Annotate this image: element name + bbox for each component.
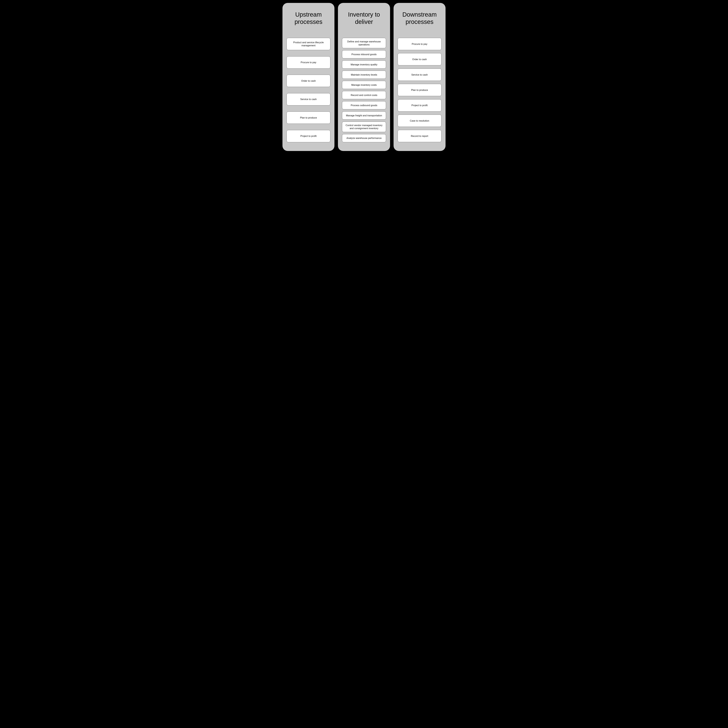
- process-item: Record to report: [398, 130, 442, 142]
- process-item: Manage freight and transportation: [342, 112, 386, 119]
- process-item: Analyze warehouse performance: [342, 134, 386, 142]
- column-items: Procure to pay Order to cash Service to …: [398, 38, 442, 142]
- process-item: Order to cash: [398, 53, 442, 65]
- column-items: Product and service lifecycle management…: [286, 38, 330, 142]
- process-item: Process inbound goods: [342, 50, 386, 58]
- process-item: Order to cash: [286, 75, 330, 87]
- process-item: Project to profit: [286, 130, 330, 142]
- column-items: Define and manage warehouse operations P…: [342, 38, 386, 142]
- process-item: Product and service lifecycle management: [286, 38, 330, 50]
- process-item: Procure to pay: [398, 38, 442, 50]
- process-item: Service to cash: [286, 93, 330, 106]
- process-item: Case to resolution: [398, 115, 442, 127]
- process-item: Project to profit: [398, 99, 442, 112]
- column-inventory: Inventory to deliver Define and manage w…: [338, 3, 390, 151]
- process-item: Manage inventory costs: [342, 81, 386, 89]
- process-item: Process outbound goods: [342, 101, 386, 109]
- column-downstream: Downstream processes Procure to pay Orde…: [393, 3, 445, 151]
- process-item: Control vendor managed inventory and con…: [342, 122, 386, 132]
- column-upstream: Upstream processes Product and service l…: [283, 3, 335, 151]
- column-title: Upstream processes: [286, 10, 330, 26]
- column-title: Downstream processes: [398, 10, 442, 26]
- process-item: Define and manage warehouse operations: [342, 38, 386, 48]
- process-item: Record and control costs: [342, 91, 386, 99]
- process-item: Maintain inventory levels: [342, 70, 386, 79]
- process-item: Manage inventory quality: [342, 60, 386, 69]
- process-item: Plan to produce: [398, 84, 442, 96]
- column-title: Inventory to deliver: [342, 10, 386, 26]
- process-item: Service to cash: [398, 69, 442, 81]
- process-item: Plan to produce: [286, 112, 330, 124]
- process-diagram: Upstream processes Product and service l…: [283, 3, 445, 151]
- process-item: Procure to pay: [286, 57, 330, 69]
